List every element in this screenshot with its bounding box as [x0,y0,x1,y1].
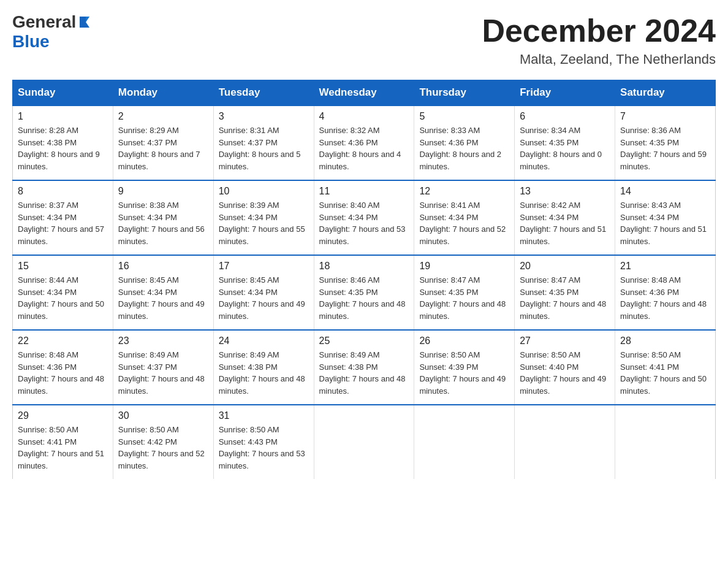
logo: General Blue [12,12,91,52]
calendar-cell: 14 Sunrise: 8:43 AMSunset: 4:34 PMDaylig… [615,180,716,255]
day-number: 4 [319,111,409,122]
day-info: Sunrise: 8:49 AMSunset: 4:37 PMDaylight:… [118,349,208,397]
calendar-cell [414,405,515,479]
day-info: Sunrise: 8:45 AMSunset: 4:34 PMDaylight:… [118,274,208,322]
day-number: 25 [319,335,409,347]
column-header-sunday: Sunday [13,80,113,106]
calendar-week-row: 8 Sunrise: 8:37 AMSunset: 4:34 PMDayligh… [13,180,716,255]
day-number: 6 [520,111,610,122]
day-number: 20 [520,261,610,272]
calendar-cell: 22 Sunrise: 8:48 AMSunset: 4:36 PMDaylig… [13,330,113,405]
day-number: 11 [319,186,409,197]
day-info: Sunrise: 8:39 AMSunset: 4:34 PMDaylight:… [219,199,309,247]
day-number: 19 [419,261,509,272]
calendar-cell: 25 Sunrise: 8:49 AMSunset: 4:38 PMDaylig… [314,330,414,405]
day-number: 8 [18,186,108,197]
calendar-cell: 18 Sunrise: 8:46 AMSunset: 4:35 PMDaylig… [314,255,414,330]
calendar-cell: 16 Sunrise: 8:45 AMSunset: 4:34 PMDaylig… [113,255,213,330]
day-info: Sunrise: 8:32 AMSunset: 4:36 PMDaylight:… [319,124,409,172]
day-number: 7 [620,111,710,122]
day-number: 24 [219,335,309,347]
day-number: 30 [118,410,208,421]
calendar-week-row: 15 Sunrise: 8:44 AMSunset: 4:34 PMDaylig… [13,255,716,330]
calendar-cell: 12 Sunrise: 8:41 AMSunset: 4:34 PMDaylig… [414,180,515,255]
day-info: Sunrise: 8:34 AMSunset: 4:35 PMDaylight:… [520,124,610,172]
calendar-cell: 23 Sunrise: 8:49 AMSunset: 4:37 PMDaylig… [113,330,213,405]
calendar-cell: 5 Sunrise: 8:33 AMSunset: 4:36 PMDayligh… [414,105,515,180]
day-info: Sunrise: 8:38 AMSunset: 4:34 PMDaylight:… [118,199,208,247]
calendar-cell: 1 Sunrise: 8:28 AMSunset: 4:38 PMDayligh… [13,105,113,180]
calendar-cell: 20 Sunrise: 8:47 AMSunset: 4:35 PMDaylig… [515,255,615,330]
day-number: 16 [118,261,208,272]
day-info: Sunrise: 8:28 AMSunset: 4:38 PMDaylight:… [18,124,108,172]
calendar-cell: 29 Sunrise: 8:50 AMSunset: 4:41 PMDaylig… [13,405,113,479]
calendar-cell [515,405,615,479]
column-header-friday: Friday [515,80,615,106]
logo-blue-text: Blue [12,32,91,52]
calendar-week-row: 1 Sunrise: 8:28 AMSunset: 4:38 PMDayligh… [13,105,716,180]
day-info: Sunrise: 8:46 AMSunset: 4:35 PMDaylight:… [319,274,409,322]
calendar-table: SundayMondayTuesdayWednesdayThursdayFrid… [12,80,716,479]
day-info: Sunrise: 8:41 AMSunset: 4:34 PMDaylight:… [419,199,509,247]
logo-flag-icon [77,15,91,29]
day-number: 15 [18,261,108,272]
calendar-cell: 9 Sunrise: 8:38 AMSunset: 4:34 PMDayligh… [113,180,213,255]
calendar-cell [615,405,716,479]
day-number: 1 [18,111,108,122]
calendar-cell: 3 Sunrise: 8:31 AMSunset: 4:37 PMDayligh… [213,105,314,180]
day-number: 14 [620,186,710,197]
day-info: Sunrise: 8:44 AMSunset: 4:34 PMDaylight:… [18,274,108,322]
month-year-title: December 2024 [482,12,716,49]
calendar-cell [314,405,414,479]
day-number: 10 [219,186,309,197]
day-info: Sunrise: 8:50 AMSunset: 4:39 PMDaylight:… [419,349,509,397]
day-number: 18 [319,261,409,272]
day-info: Sunrise: 8:40 AMSunset: 4:34 PMDaylight:… [319,199,409,247]
column-header-wednesday: Wednesday [314,80,414,106]
day-number: 28 [620,335,710,347]
day-info: Sunrise: 8:29 AMSunset: 4:37 PMDaylight:… [118,124,208,172]
calendar-cell: 31 Sunrise: 8:50 AMSunset: 4:43 PMDaylig… [213,405,314,479]
day-info: Sunrise: 8:49 AMSunset: 4:38 PMDaylight:… [319,349,409,397]
day-info: Sunrise: 8:50 AMSunset: 4:41 PMDaylight:… [18,424,108,472]
day-info: Sunrise: 8:48 AMSunset: 4:36 PMDaylight:… [620,274,710,322]
calendar-cell: 28 Sunrise: 8:50 AMSunset: 4:41 PMDaylig… [615,330,716,405]
calendar-cell: 8 Sunrise: 8:37 AMSunset: 4:34 PMDayligh… [13,180,113,255]
day-number: 31 [219,410,309,421]
day-number: 27 [520,335,610,347]
calendar-week-row: 22 Sunrise: 8:48 AMSunset: 4:36 PMDaylig… [13,330,716,405]
calendar-cell: 2 Sunrise: 8:29 AMSunset: 4:37 PMDayligh… [113,105,213,180]
calendar-cell: 10 Sunrise: 8:39 AMSunset: 4:34 PMDaylig… [213,180,314,255]
day-number: 12 [419,186,509,197]
day-number: 29 [18,410,108,421]
day-info: Sunrise: 8:50 AMSunset: 4:41 PMDaylight:… [620,349,710,397]
day-info: Sunrise: 8:43 AMSunset: 4:34 PMDaylight:… [620,199,710,247]
calendar-cell: 11 Sunrise: 8:40 AMSunset: 4:34 PMDaylig… [314,180,414,255]
calendar-cell: 6 Sunrise: 8:34 AMSunset: 4:35 PMDayligh… [515,105,615,180]
calendar-cell: 21 Sunrise: 8:48 AMSunset: 4:36 PMDaylig… [615,255,716,330]
day-number: 2 [118,111,208,122]
page-header: General Blue December 2024 Malta, Zeelan… [12,12,716,67]
day-info: Sunrise: 8:50 AMSunset: 4:40 PMDaylight:… [520,349,610,397]
day-number: 23 [118,335,208,347]
day-number: 22 [18,335,108,347]
column-header-tuesday: Tuesday [213,80,314,106]
location-subtitle: Malta, Zeeland, The Netherlands [482,52,716,67]
calendar-cell: 27 Sunrise: 8:50 AMSunset: 4:40 PMDaylig… [515,330,615,405]
calendar-cell: 7 Sunrise: 8:36 AMSunset: 4:35 PMDayligh… [615,105,716,180]
column-header-monday: Monday [113,80,213,106]
day-info: Sunrise: 8:50 AMSunset: 4:43 PMDaylight:… [219,424,309,472]
day-info: Sunrise: 8:42 AMSunset: 4:34 PMDaylight:… [520,199,610,247]
svg-marker-1 [86,17,89,22]
day-number: 9 [118,186,208,197]
calendar-cell: 15 Sunrise: 8:44 AMSunset: 4:34 PMDaylig… [13,255,113,330]
day-info: Sunrise: 8:47 AMSunset: 4:35 PMDaylight:… [520,274,610,322]
day-info: Sunrise: 8:50 AMSunset: 4:42 PMDaylight:… [118,424,208,472]
calendar-cell: 30 Sunrise: 8:50 AMSunset: 4:42 PMDaylig… [113,405,213,479]
day-info: Sunrise: 8:45 AMSunset: 4:34 PMDaylight:… [219,274,309,322]
logo-general-text: General [12,12,76,32]
day-info: Sunrise: 8:36 AMSunset: 4:35 PMDaylight:… [620,124,710,172]
calendar-cell: 17 Sunrise: 8:45 AMSunset: 4:34 PMDaylig… [213,255,314,330]
day-info: Sunrise: 8:47 AMSunset: 4:35 PMDaylight:… [419,274,509,322]
day-info: Sunrise: 8:37 AMSunset: 4:34 PMDaylight:… [18,199,108,247]
